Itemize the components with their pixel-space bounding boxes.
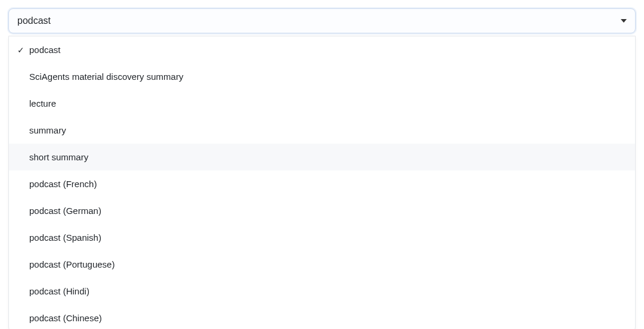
combobox-option-label: short summary [29,152,627,162]
combobox-option[interactable]: ✓podcast [9,36,635,63]
combobox-option[interactable]: summary [9,117,635,144]
combobox-option[interactable]: podcast (Portuguese) [9,251,635,278]
combobox-dropdown: ✓podcastSciAgents material discovery sum… [8,36,636,329]
combobox-option-label: summary [29,125,627,135]
combobox-option-label: podcast (Chinese) [29,313,627,323]
combobox-option-label: SciAgents material discovery summary [29,72,627,82]
combobox-option[interactable]: lecture [9,90,635,117]
combobox-option[interactable]: podcast (French) [9,170,635,197]
combobox-option-label: podcast [29,45,627,55]
combobox-option-label: podcast (Spanish) [29,232,627,243]
combobox-option[interactable]: podcast (Spanish) [9,224,635,251]
combobox-option-label: podcast (German) [29,206,627,216]
combobox-option[interactable]: short summary [9,144,635,170]
combobox: ✓podcastSciAgents material discovery sum… [8,8,636,329]
combobox-option-label: podcast (French) [29,179,627,189]
combobox-option[interactable]: podcast (Hindi) [9,278,635,305]
combobox-option-label: podcast (Hindi) [29,286,627,296]
combobox-option[interactable]: SciAgents material discovery summary [9,63,635,90]
check-icon: ✓ [17,46,24,54]
chevron-down-icon[interactable] [621,19,627,23]
combobox-option[interactable]: podcast (Chinese) [9,305,635,329]
combobox-input[interactable] [17,15,621,26]
combobox-option-label: lecture [29,98,627,108]
check-slot: ✓ [17,46,29,54]
combobox-option-label: podcast (Portuguese) [29,259,627,269]
combobox-input-wrapper[interactable] [8,8,636,33]
combobox-option[interactable]: podcast (German) [9,197,635,224]
